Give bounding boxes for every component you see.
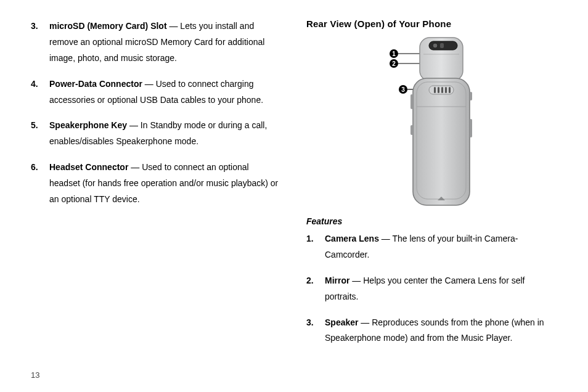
item-body: Mirror — Helps you center the Camera Len…: [325, 273, 557, 305]
svg-rect-18: [441, 87, 443, 93]
item-term: Headset Connector: [49, 162, 128, 172]
item-number: 3.: [31, 18, 49, 35]
item-body: Speaker — Reproduces sounds from the pho…: [325, 315, 557, 347]
item-body: microSD (Memory Card) Slot — Lets you in…: [49, 18, 282, 67]
feature-item: 3.Speaker — Reproduces sounds from the p…: [306, 315, 557, 347]
right-feature-list: 1.Camera Lens — The lens of your built-i…: [306, 231, 557, 346]
item-number: 4.: [31, 76, 49, 92]
feature-item: 2.Mirror — Helps you center the Camera L…: [306, 273, 557, 305]
feature-item: 1.Camera Lens — The lens of your built-i…: [306, 231, 557, 263]
item-term: Camera Lens: [325, 234, 379, 243]
right-column: Rear View (Open) of Your Phone 1: [306, 18, 557, 365]
item-body: Power-Data Connector — Used to connect c…: [49, 76, 282, 108]
svg-rect-13: [413, 78, 470, 205]
svg-rect-16: [434, 87, 436, 93]
callout-label-1: 1: [392, 51, 396, 57]
phone-diagram: 1 2 3: [306, 33, 557, 211]
item-number: 3.: [306, 315, 325, 331]
svg-rect-19: [445, 87, 447, 93]
item-description: — Helps you center the Camera Lens for s…: [325, 276, 525, 301]
item-body: Speakerphone Key — In Standby mode or du…: [49, 118, 282, 150]
manual-page: 3.microSD (Memory Card) Slot — Lets you …: [0, 0, 588, 392]
svg-point-10: [433, 43, 438, 48]
feature-item: 6. Headset Connector — Used to connect a…: [31, 160, 282, 208]
item-term: Power-Data Connector: [49, 79, 142, 89]
item-description: — Reproduces sounds from the phone (when…: [325, 317, 544, 343]
page-number: 13: [31, 365, 557, 380]
item-term: microSD (Memory Card) Slot: [49, 21, 167, 31]
rear-view-heading: Rear View (Open) of Your Phone: [306, 18, 557, 29]
features-subheading: Features: [306, 216, 557, 226]
item-number: 2.: [306, 273, 325, 289]
left-column: 3.microSD (Memory Card) Slot — Lets you …: [31, 18, 282, 365]
item-number: 6.: [31, 160, 49, 176]
feature-item: 4.Power-Data Connector — Used to connect…: [31, 76, 282, 108]
item-body: Headset Connector — Used to connect an o…: [49, 160, 282, 208]
phone-rear-illustration: 1 2 3: [361, 33, 503, 211]
item-term: Speaker: [325, 317, 358, 327]
svg-rect-24: [470, 92, 472, 100]
item-term: Mirror: [325, 276, 349, 285]
svg-rect-20: [449, 87, 451, 93]
callout-label-3: 3: [401, 86, 405, 93]
svg-rect-17: [438, 87, 439, 93]
callout-label-2: 2: [392, 60, 396, 67]
feature-item: 5.Speakerphone Key — In Standby mode or …: [31, 118, 282, 150]
item-number: 1.: [306, 231, 325, 247]
item-term: Speakerphone Key: [49, 120, 127, 130]
item-body: Camera Lens — The lens of your built-in …: [325, 231, 557, 263]
feature-item: 3.microSD (Memory Card) Slot — Lets you …: [31, 18, 282, 67]
item-number: 5.: [31, 118, 49, 134]
svg-rect-22: [410, 94, 413, 109]
svg-rect-25: [470, 119, 472, 137]
two-column-layout: 3.microSD (Memory Card) Slot — Lets you …: [31, 18, 557, 365]
left-feature-list: 3.microSD (Memory Card) Slot — Lets you …: [31, 18, 282, 208]
svg-rect-11: [440, 43, 444, 48]
svg-rect-23: [410, 125, 413, 135]
